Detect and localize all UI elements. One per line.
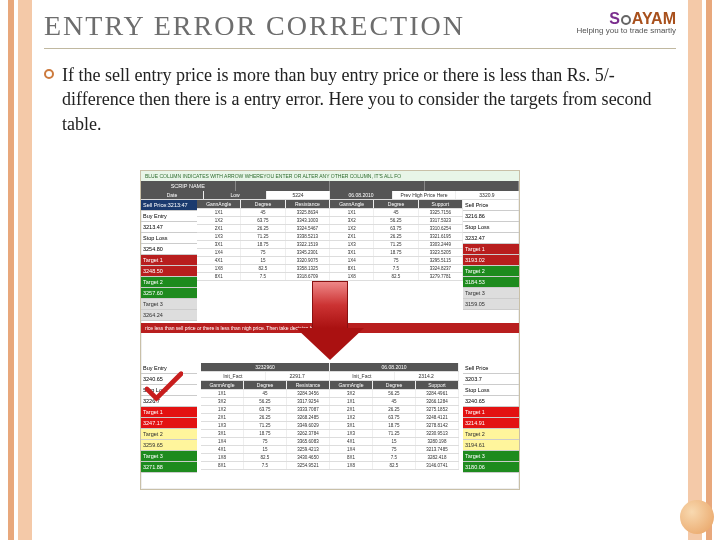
side-label: 3232.47 [463,233,519,244]
decor-stripe [706,0,712,540]
cell: 1X2 [330,225,374,232]
table-row: 1X371.253338.52132X126.253321.6195 [197,233,463,241]
cell: Date [141,191,204,199]
corner-decoration-circle [680,500,714,534]
cell: 1X4 [201,438,244,445]
cell: 45 [374,209,418,216]
brand-rest: AYAM [632,10,676,27]
cell: 82.5 [373,462,416,469]
cell: 3279.7781 [419,273,463,280]
decor-stripe [18,0,32,540]
cell: 2X1 [201,414,244,421]
table-row: 1X263.753343.10033X256.253317.5323 [197,217,463,225]
side-label: 3216.86 [463,211,519,222]
cell: 1X3 [330,430,373,437]
cell: 1X4 [330,257,374,264]
right-label-column-bottom: Sell Price3203.7Stop Loss3240.65Target 1… [463,363,519,473]
cell: 8X1 [330,265,374,272]
cell: 3323.5205 [419,249,463,256]
date-row: Date Low 5224 06.08.2010 Prev High Price… [141,191,519,200]
cell: Degree [374,200,418,208]
cell: Init_Fact [201,372,266,380]
cell: 3X1 [201,430,244,437]
top-data-table: 1X1453325.86341X1453325.71561X263.753343… [197,209,463,281]
cell: Degree [241,200,285,208]
description-paragraph: If the sell entry price is more than buy… [62,63,676,136]
cell: 18.75 [241,241,285,248]
table-row: 3X256.253317.92541X1453266.1284 [201,398,459,406]
decor-stripe [8,0,14,540]
cell: 3275.1852 [416,406,459,413]
cell: 3318.6709 [286,273,330,280]
side-label: Sell Price:3213:47 [141,200,197,211]
cell: 4X1 [197,257,241,264]
cell: 15 [241,257,285,264]
cell: 3254.9521 [287,462,330,469]
cell: 1X3 [201,422,244,429]
bottom-section: Buy Entry3240.65Stop Loss3226.7Target 13… [141,363,519,473]
cell: 3X2 [330,217,374,224]
cell: 3282.418 [416,454,459,461]
brand-initial: S [609,10,620,27]
cell: 3317.9254 [287,398,330,405]
cell: 3322.1519 [286,241,330,248]
bottom-subheader: Init_Fact 2291.7 Init_Fact 2314.2 [201,372,459,381]
bottom-table-area: 3232960 06.08.2010 Init_Fact 2291.7 Init… [197,363,463,473]
cell: Degree [373,381,416,389]
header-cell [425,181,520,191]
cell: Init_Fact [330,372,395,380]
cell: 75 [241,249,285,256]
topbar-text: BLUE COLUMN INDICATES WITH ARROW WHEREYO… [145,173,401,179]
side-label: 3247.17 [141,418,197,429]
cell: 4X1 [201,446,244,453]
cell: 3324.5467 [286,225,330,232]
cell: 3X1 [330,249,374,256]
cell: 3230.9513 [416,430,459,437]
cell: 3345.2301 [286,249,330,256]
table-row: 8X17.53318.67091X882.53279.7781 [197,273,463,281]
cell: 18.75 [244,430,287,437]
cell: 3320.9 [456,191,519,199]
side-label: Stop Loss [463,222,519,233]
cell: 3259.4213 [287,446,330,453]
cell: 18.75 [373,422,416,429]
cell: 26.25 [374,233,418,240]
cell: 3349.6029 [287,422,330,429]
cell: 3262.3784 [287,430,330,437]
side-label: Sell Price [463,363,519,374]
side-label: Stop Loss [141,233,197,244]
cell: 3365.6083 [287,438,330,445]
cell: 75 [374,257,418,264]
bottom-header: 3232960 06.08.2010 [201,363,459,372]
cell: 3X1 [330,422,373,429]
cell: 3358.1325 [286,265,330,272]
table-row: 4X1153320.90751X4753295.5115 [197,257,463,265]
cell: 26.25 [241,225,285,232]
cell: 1X8 [330,273,374,280]
cell: 2X1 [330,233,374,240]
body-text: If the sell entry price is more than buy… [44,63,676,136]
cell: 71.25 [373,430,416,437]
side-label: 3159.05 [463,299,519,310]
cell: 71.25 [244,422,287,429]
cell: 1X2 [330,414,373,421]
side-label: 3194.61 [463,440,519,451]
cell: 1X8 [330,462,373,469]
cell: 2X1 [197,225,241,232]
cell: 3317.5323 [419,217,463,224]
cell: 8X1 [197,273,241,280]
cell: 3324.8237 [419,265,463,272]
side-label: 3254.80 [141,244,197,255]
cell: 1X1 [330,209,374,216]
cell: 2291.7 [266,372,331,380]
side-label: 3184.53 [463,277,519,288]
side-label: Sell Price [463,200,519,211]
table-subheader: GannAngleDegreeResistanceGannAngleDegree… [197,200,463,209]
side-label: Target 2 [463,429,519,440]
cell: 7.5 [373,454,416,461]
side-label: Target 3 [141,299,197,310]
cell: 15 [244,446,287,453]
table-row: 1X371.253349.60293X118.753278.8142 [201,422,459,430]
cell: 7.5 [374,265,418,272]
bullet-icon [44,69,54,79]
